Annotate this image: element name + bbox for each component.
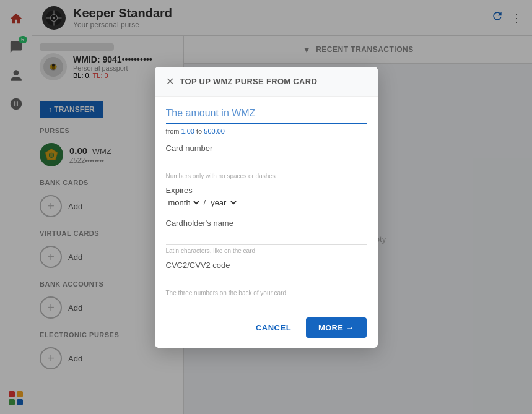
expires-label: Expires <box>166 186 367 195</box>
modal-footer: CANCEL MORE → <box>155 309 378 348</box>
range-to-value[interactable]: 500.00 <box>204 127 225 135</box>
more-button[interactable]: MORE → <box>306 317 366 338</box>
month-select[interactable]: month 010203 040506 070809 101112 <box>166 197 201 208</box>
cvv-field: CVC2/CVV2 code <box>166 261 367 287</box>
card-number-input[interactable] <box>166 154 367 170</box>
close-icon[interactable]: ✕ <box>166 75 174 87</box>
amount-input[interactable] <box>166 108 367 124</box>
app-container: 5 <box>0 0 532 414</box>
expires-row: month 010203 040506 070809 101112 / year… <box>166 197 367 212</box>
cvv-input[interactable] <box>166 271 367 287</box>
card-number-label: Card number <box>166 144 367 153</box>
modal-overlay: ✕ TOP UP WMZ PURSE FROM CARD from 1.00 t… <box>0 0 532 414</box>
cardholder-field: Cardholder's name <box>166 218 367 245</box>
range-hint: from 1.00 to 500.00 <box>166 127 367 135</box>
cancel-button[interactable]: CANCEL <box>247 318 300 337</box>
card-number-hint: Numbers only with no spaces or dashes <box>166 173 367 179</box>
range-from: from <box>166 127 181 135</box>
range-from-value[interactable]: 1.00 <box>181 127 194 135</box>
cardholder-hint: Latin characters, like on the card <box>166 248 367 254</box>
top-up-modal: ✕ TOP UP WMZ PURSE FROM CARD from 1.00 t… <box>155 67 378 348</box>
range-separator: to <box>196 127 204 135</box>
cardholder-input[interactable] <box>166 229 367 245</box>
expires-separator: / <box>204 198 206 207</box>
cvv-hint: The three numbers on the back of your ca… <box>166 290 367 296</box>
modal-title: TOP UP WMZ PURSE FROM CARD <box>180 77 318 86</box>
modal-body: from 1.00 to 500.00 Card number Numbers … <box>155 97 378 309</box>
modal-header: ✕ TOP UP WMZ PURSE FROM CARD <box>155 67 378 97</box>
card-number-field: Card number <box>166 144 367 170</box>
cardholder-label: Cardholder's name <box>166 218 367 228</box>
year-select[interactable]: year 202420252026 202720282029 2030 <box>208 197 238 208</box>
cvv-label: CVC2/CVV2 code <box>166 261 367 270</box>
